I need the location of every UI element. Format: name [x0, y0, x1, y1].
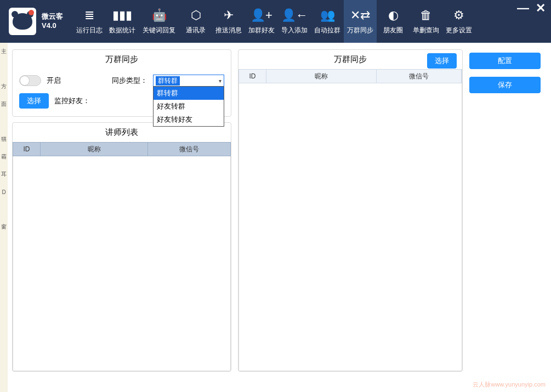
nav-more-settings-icon: ⚙	[453, 8, 464, 23]
col-id: ID	[13, 143, 41, 156]
nav-label: 自动拉群	[314, 26, 340, 35]
col-id: ID	[239, 70, 266, 83]
lecturer-table-body[interactable]	[13, 156, 231, 371]
app-name: 微云客	[42, 12, 63, 21]
sync-type-value: 群转群	[156, 76, 180, 86]
nav-add-group-friend-icon: 👤+	[251, 8, 272, 23]
nav-label: 更多设置	[446, 26, 472, 35]
nav-label: 数据统计	[109, 26, 135, 35]
right-table-header: ID 昵称 微信号	[238, 69, 462, 83]
nav-moments-icon: ◐	[388, 8, 399, 23]
nav-label: 万群同步	[347, 26, 373, 35]
mid-column: 万群同步 选择 ID 昵称 微信号	[238, 49, 463, 372]
config-button[interactable]: 配置	[469, 53, 541, 69]
sync-type-option[interactable]: 好友转好友	[154, 113, 224, 126]
right-sync-panel: 万群同步 选择 ID 昵称 微信号	[238, 49, 463, 372]
nav-label: 通讯录	[186, 26, 206, 35]
minimize-button[interactable]: —	[517, 2, 529, 14]
sync-panel-title: 万群同步	[13, 50, 231, 69]
monitor-friend-label: 监控好友：	[54, 96, 90, 106]
nav-label: 运行日志	[76, 26, 103, 35]
nav-stats-icon: ▮▮▮	[112, 8, 132, 23]
main-nav: ≣运行日志▮▮▮数据统计🤖关键词回复⬡通讯录✈推送消息👤+加群好友👤←导入添加👥…	[73, 0, 475, 43]
nav-contacts[interactable]: ⬡通讯录	[179, 0, 212, 43]
nav-run-log-icon: ≣	[84, 8, 94, 23]
right-column: 配置 保存	[469, 49, 541, 372]
nav-label: 加群好友	[248, 26, 275, 35]
nav-label: 朋友圈	[383, 26, 403, 35]
save-button[interactable]: 保存	[469, 77, 541, 93]
right-select-button[interactable]: 选择	[427, 53, 457, 69]
select-friend-button[interactable]: 选择	[19, 93, 49, 109]
enable-label: 开启	[47, 76, 61, 86]
nav-mass-sync-icon: ✕⇄	[350, 8, 370, 23]
app-header: 微云客 V4.0 ≣运行日志▮▮▮数据统计🤖关键词回复⬡通讯录✈推送消息👤+加群…	[0, 0, 551, 43]
nav-label: 推送消息	[215, 26, 242, 35]
nav-push-msg-icon: ✈	[224, 8, 234, 23]
enable-toggle[interactable]	[19, 75, 41, 86]
right-panel-title: 万群同步	[334, 54, 367, 65]
nav-auto-pull-group[interactable]: 👥自动拉群	[311, 0, 344, 43]
close-button[interactable]: ✕	[536, 2, 546, 14]
nav-mass-sync[interactable]: ✕⇄万群同步	[344, 0, 377, 43]
watermark-text: 云人脉www.yunyunyip.com	[473, 380, 546, 389]
nav-auto-pull-group-icon: 👥	[320, 8, 335, 23]
nav-single-delete-icon: 🗑	[420, 8, 432, 23]
sync-settings-panel: 万群同步 开启 同步类型： 群转群 ▾ 群转群好友转群好友转好友 选择	[12, 49, 231, 117]
left-column: 万群同步 开启 同步类型： 群转群 ▾ 群转群好友转群好友转好友 选择	[12, 49, 231, 372]
left-strip: 主 方 面 猫 霸 耳 D 窗	[0, 43, 8, 392]
right-table-body[interactable]	[238, 83, 462, 371]
nav-label: 单删查询	[413, 26, 439, 35]
app-logo	[9, 8, 36, 35]
col-nick: 昵称	[41, 143, 148, 156]
chevron-down-icon: ▾	[219, 78, 221, 84]
nav-contacts-icon: ⬡	[191, 8, 201, 23]
nav-run-log[interactable]: ≣运行日志	[73, 0, 106, 43]
nav-push-msg[interactable]: ✈推送消息	[212, 0, 245, 43]
sync-type-dropdown: 群转群好友转群好友转好友	[153, 86, 224, 127]
nav-keyword-reply[interactable]: 🤖关键词回复	[139, 0, 179, 43]
content-area: 万群同步 开启 同步类型： 群转群 ▾ 群转群好友转群好友转好友 选择	[0, 43, 551, 377]
nav-more-settings[interactable]: ⚙更多设置	[442, 0, 475, 43]
app-version: V4.0	[42, 21, 63, 31]
sync-type-select[interactable]: 群转群 ▾	[153, 75, 224, 87]
nav-stats[interactable]: ▮▮▮数据统计	[106, 0, 139, 43]
nav-moments[interactable]: ◐朋友圈	[377, 0, 410, 43]
col-wx: 微信号	[377, 70, 462, 83]
nav-label: 导入添加	[281, 26, 308, 35]
nav-add-group-friend[interactable]: 👤+加群好友	[245, 0, 278, 43]
nav-label: 关键词回复	[143, 26, 175, 35]
sync-type-label: 同步类型：	[112, 76, 147, 86]
lecturer-table-header: ID 昵称 微信号	[13, 142, 231, 156]
col-nick: 昵称	[266, 70, 377, 83]
app-info: 微云客 V4.0	[42, 12, 63, 31]
nav-keyword-reply-icon: 🤖	[152, 8, 167, 23]
col-wx: 微信号	[148, 143, 230, 156]
nav-import-add-icon: 👤←	[281, 8, 308, 23]
window-controls: — ✕	[517, 2, 546, 14]
sync-type-option[interactable]: 群转群	[154, 87, 224, 100]
nav-single-delete[interactable]: 🗑单删查询	[410, 0, 442, 43]
lecturer-list-panel: 讲师列表 ID 昵称 微信号	[12, 122, 231, 372]
nav-import-add[interactable]: 👤←导入添加	[278, 0, 311, 43]
sync-type-option[interactable]: 好友转群	[154, 100, 224, 113]
